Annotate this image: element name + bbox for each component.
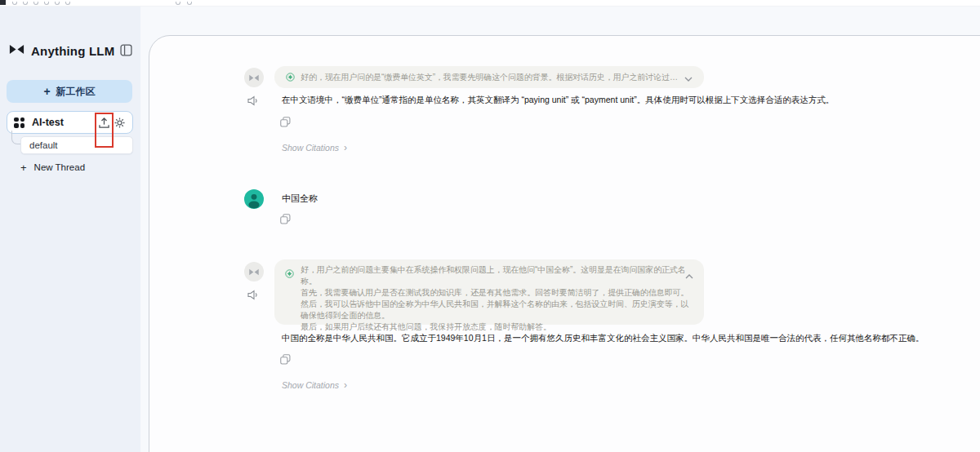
- browser-mark: [0, 0, 6, 5]
- copy-icon[interactable]: [280, 353, 291, 364]
- thought-text: 好的，现在用户问的是“缴费单位英文”，我需要先明确这个问题的背景。根据对话历史，…: [301, 72, 679, 83]
- sidebar: Anything LLM + 新工作区 AI-test default +: [0, 7, 140, 452]
- chevron-right-icon: ›: [344, 380, 347, 390]
- thought-line: 好，用户之前的问题主要集中在系统操作和权限问题上，现在他问“中国全称”。这明显是…: [301, 264, 689, 287]
- show-citations-link[interactable]: Show Citations ›: [282, 380, 347, 390]
- assistant-avatar: [244, 68, 264, 87]
- assistant-message-text: 中国的全称是中华人民共和国。它成立于1949年10月1日，是一个拥有悠久历史和丰…: [282, 333, 924, 344]
- browser-mark: [65, 2, 70, 5]
- speaker-icon[interactable]: [247, 289, 259, 299]
- show-citations-label: Show Citations: [282, 143, 339, 153]
- thought-line: 最后，如果用户后续还有其他问题，我保持开放态度，随时帮助解答。: [301, 321, 689, 333]
- new-thread-label: New Thread: [34, 162, 85, 172]
- new-workspace-label: 新工作区: [56, 85, 96, 99]
- chevron-right-icon: ›: [344, 143, 347, 153]
- plus-icon: +: [20, 162, 27, 173]
- user-message-text: 中国全称: [282, 193, 318, 205]
- browser-mark: [44, 2, 49, 5]
- show-citations-label: Show Citations: [282, 380, 339, 390]
- workspace-item[interactable]: AI-test: [7, 111, 133, 134]
- new-thread-button[interactable]: + New Thread: [20, 161, 85, 174]
- brand-row: Anything LLM: [8, 42, 136, 59]
- user-avatar: [244, 189, 264, 209]
- thought-bubble-expanded[interactable]: 好，用户之前的问题主要集中在系统操作和权限问题上，现在他问“中国全称”。这明显是…: [274, 259, 704, 325]
- thread-item-default[interactable]: default: [20, 136, 133, 154]
- brand-title: Anything LLM: [31, 44, 114, 58]
- upload-icon[interactable]: [98, 117, 110, 129]
- chevron-down-icon[interactable]: [684, 70, 693, 85]
- browser-mark: [23, 2, 28, 5]
- thought-bubble-collapsed[interactable]: 好的，现在用户问的是“缴费单位英文”，我需要先明确这个问题的背景。根据对话历史，…: [274, 66, 704, 88]
- new-workspace-button[interactable]: + 新工作区: [7, 80, 132, 103]
- copy-icon[interactable]: [280, 213, 291, 224]
- collapse-sidebar-icon[interactable]: [120, 44, 132, 56]
- thread-name: default: [29, 140, 58, 150]
- thought-line: 然后，我可以告诉他中国的全称为中华人民共和国，并解释这个名称的由来，包括设立时间…: [301, 299, 689, 321]
- browser-mark: [176, 2, 180, 5]
- copy-icon[interactable]: [280, 116, 291, 126]
- plus-icon: +: [43, 86, 50, 97]
- workspace-grid-icon: [14, 117, 24, 128]
- browser-bar-remnant: [0, 0, 980, 7]
- browser-mark: [187, 2, 192, 5]
- browser-mark: [33, 2, 38, 5]
- speaker-icon[interactable]: [247, 95, 259, 105]
- assistant-avatar: [244, 262, 264, 281]
- thinking-sparkle-icon: [286, 70, 295, 85]
- anythingllm-logo-icon: [8, 43, 25, 59]
- browser-mark: [55, 2, 60, 5]
- chevron-up-icon[interactable]: [685, 268, 693, 282]
- assistant-message-text: 在中文语境中，“缴费单位”通常指的是单位名称，其英文翻译为 “paying un…: [282, 95, 834, 106]
- thought-line: 首先，我需要确认用户是否在测试我的知识库，还是有其他需求。回答时要简洁明了，提供…: [301, 287, 689, 299]
- settings-gear-icon[interactable]: [114, 117, 126, 129]
- show-citations-link[interactable]: Show Citations ›: [282, 143, 347, 153]
- thinking-sparkle-icon: [285, 267, 294, 281]
- workspace-name: AI-test: [32, 117, 95, 128]
- browser-mark: [12, 2, 17, 5]
- thread-connector-line: [11, 131, 20, 144]
- anythingllm-app: Anything LLM + 新工作区 AI-test default +: [0, 0, 980, 452]
